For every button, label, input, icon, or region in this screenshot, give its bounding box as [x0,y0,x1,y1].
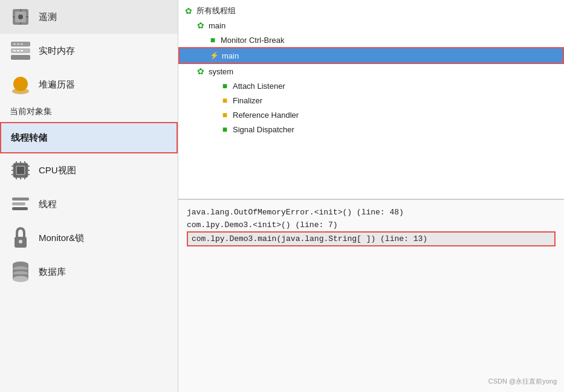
thread-icon [10,193,31,215]
sidebar-item-heap-profiler[interactable]: 堆遍历器 [0,68,178,101]
svg-rect-15 [21,50,23,51]
svg-rect-12 [21,43,23,45]
telemetry-icon [10,6,31,28]
all-threads-icon: ✿ [183,5,194,16]
detail-line-2: com.lpy.Demo3.<init>() (line: 7) [187,219,556,231]
svg-rect-9 [11,55,30,60]
sidebar: 遥测 实时内存 堆遍历器 [0,0,178,392]
tree-item-main-thread[interactable]: ⚡ main [178,47,564,64]
cpu-icon [10,159,31,181]
svg-rect-13 [13,50,16,51]
main-group-label: main [209,21,225,30]
db-icon [10,261,31,283]
finalizer-label: Finalizer [233,96,262,105]
signal-dispatcher-label: Signal Dispatcher [233,125,294,134]
tree-item-attach-listener[interactable]: ■ Attach Listener [178,79,564,93]
heap-icon [10,74,31,95]
svg-point-18 [16,79,21,84]
reference-handler-icon: ■ [219,109,230,120]
svg-rect-10 [13,43,16,45]
sidebar-item-telemetry-label: 遥测 [39,11,57,23]
svg-rect-35 [12,202,25,205]
tree-item-finalizer[interactable]: ■ Finalizer [178,93,564,108]
monitor-ctrl-break-icon: ■ [207,34,218,45]
sidebar-item-realtime-memory[interactable]: 实时内存 [0,34,178,68]
detail-panel: java.lang.OutOfMemoryError.<init>() (lin… [178,199,564,392]
system-group-icon: ✿ [195,66,206,77]
tree-item-main-group[interactable]: ✿ main [178,18,564,33]
sidebar-item-database[interactable]: 数据库 [0,255,178,289]
svg-rect-11 [17,43,19,45]
reference-handler-label: Reference Handler [233,111,299,120]
sidebar-item-monitor-lock-label: Monitor&锁 [39,233,84,244]
svg-point-17 [13,77,28,91]
finalizer-icon: ■ [219,95,230,106]
sidebar-item-current-object-set-label: 当前对象集 [10,106,52,116]
sidebar-item-thread-dump[interactable]: 线程转储 [0,122,178,153]
svg-rect-21 [17,167,24,174]
svg-point-45 [13,276,28,282]
main-group-icon: ✿ [195,20,206,31]
all-threads-label: 所有线程组 [196,5,236,16]
detail-line-1: java.lang.OutOfMemoryError.<init>() (lin… [187,206,556,219]
tree-item-system-group[interactable]: ✿ system [178,64,564,79]
sidebar-item-database-label: 数据库 [39,266,66,278]
detail-line-3: com.lpy.Demo3.main(java.lang.String[ ]) … [187,231,556,246]
main-thread-label: main [222,51,239,60]
sidebar-item-heap-profiler-label: 堆遍历器 [39,79,75,91]
sidebar-item-cpu-view-label: CPU视图 [39,165,76,176]
monitor-ctrl-break-label: Monitor Ctrl-Break [221,36,284,45]
tree-item-all-threads[interactable]: ✿ 所有线程组 [178,4,564,18]
main-content: ✿ 所有线程组 ✿ main ■ Monitor Ctrl-Break ⚡ ma… [178,0,564,392]
system-group-label: system [209,67,233,76]
main-thread-icon: ⚡ [209,50,219,61]
tree-item-monitor-ctrl-break[interactable]: ■ Monitor Ctrl-Break [178,33,564,47]
sidebar-item-cpu-view[interactable]: CPU视图 [0,153,178,187]
tree-item-reference-handler[interactable]: ■ Reference Handler [178,108,564,122]
attach-listener-icon: ■ [219,80,230,91]
attach-listener-label: Attach Listener [233,82,285,91]
sidebar-item-telemetry[interactable]: 遥测 [0,0,178,34]
memory-icon [10,40,31,62]
svg-rect-14 [17,50,19,51]
svg-point-38 [19,240,22,243]
signal-dispatcher-icon: ■ [219,124,230,135]
sidebar-item-monitor-lock[interactable]: Monitor&锁 [0,221,178,255]
watermark: CSDN @永往直前yong [488,377,557,386]
sidebar-item-realtime-memory-label: 实时内存 [39,45,75,57]
svg-rect-34 [12,198,29,201]
sidebar-item-thread[interactable]: 线程 [0,187,178,221]
thread-tree-panel: ✿ 所有线程组 ✿ main ■ Monitor Ctrl-Break ⚡ ma… [178,0,564,199]
sidebar-item-thread-dump-label: 线程转储 [11,132,47,144]
lock-icon [10,227,31,249]
svg-point-2 [18,14,23,19]
sidebar-item-thread-label: 线程 [39,199,57,210]
svg-rect-36 [12,207,28,210]
sidebar-item-current-object-set[interactable]: 当前对象集 [0,101,178,122]
tree-item-signal-dispatcher[interactable]: ■ Signal Dispatcher [178,122,564,137]
